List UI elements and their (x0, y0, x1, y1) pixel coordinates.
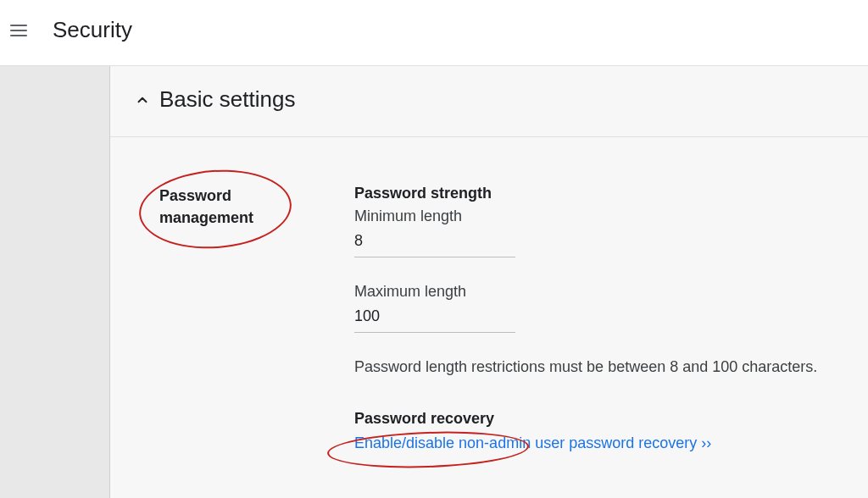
chevron-up-icon[interactable] (131, 88, 154, 112)
fields-column: Password strength Minimum length 8 Maxim… (354, 185, 848, 452)
hamburger-menu-icon[interactable] (10, 20, 31, 41)
password-management-label: Password management (159, 185, 354, 452)
content-area: Basic settings Password management Passw… (0, 66, 868, 498)
section-title: Basic settings (159, 86, 295, 113)
page-title: Security (53, 17, 132, 43)
max-length-value[interactable]: 100 (354, 307, 515, 333)
min-length-label: Minimum length (354, 208, 848, 225)
main-panel: Basic settings Password management Passw… (110, 66, 868, 498)
side-label-line2: management (159, 207, 354, 229)
password-recovery-heading: Password recovery (354, 410, 848, 428)
min-length-value[interactable]: 8 (354, 232, 515, 257)
section-header[interactable]: Basic settings (110, 66, 868, 137)
password-recovery-link[interactable]: Enable/disable non-admin user password r… (354, 434, 711, 451)
settings-body: Password management Password strength Mi… (110, 137, 868, 473)
length-help-text: Password length restrictions must be bet… (354, 358, 848, 376)
side-label-line1: Password (159, 185, 354, 207)
password-strength-heading: Password strength (354, 185, 848, 202)
app-header: Security (0, 0, 868, 66)
left-gutter (0, 66, 110, 498)
max-length-label: Maximum length (354, 283, 848, 301)
